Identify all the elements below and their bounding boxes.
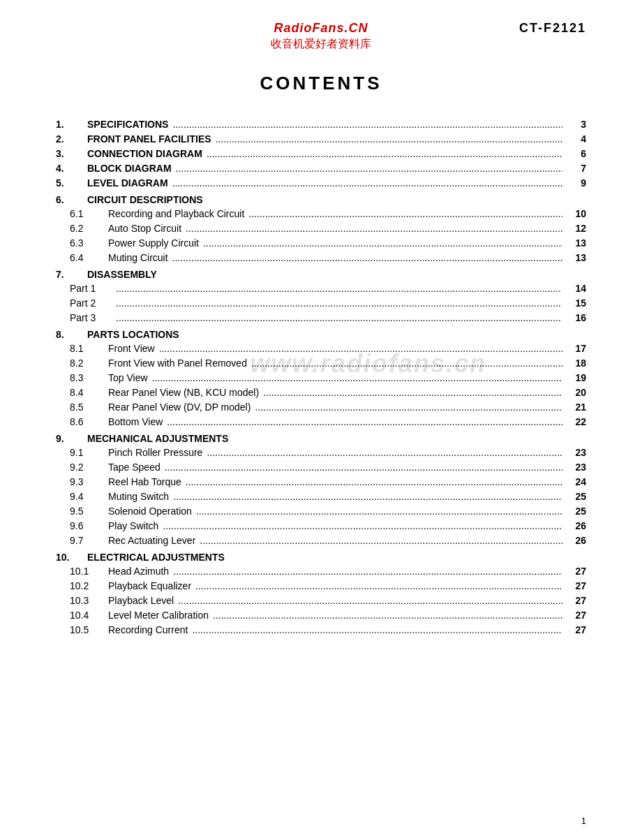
toc-item: 6.3 Power Supply Circuit ...............… [56,237,586,249]
toc-section-num: 7. [56,269,87,280]
toc-num: 4. [56,163,87,174]
toc-item: 9.1 Pinch Roller Pressure ..............… [56,447,586,458]
toc-item: 6. CIRCUIT DESCRIPTIONS [56,194,586,205]
toc-section-label: PARTS LOCATIONS [87,329,179,340]
toc-item: 8.2 Front View with Panel Removed ......… [56,358,586,369]
toc-sub-num: 6.1 [70,208,108,219]
toc-sub-num: 9.2 [70,462,108,473]
toc-sub-num: 10.5 [70,624,108,635]
toc-item: 9.4 Muting Switch ......................… [56,491,586,502]
toc-sub-label: Auto Stop Circuit [108,223,181,234]
toc-item: 10.5 Recording Current .................… [56,624,586,635]
chinese-subtitle: 收音机爱好者资料库 [56,37,586,52]
toc-page-num: 27 [567,624,586,635]
toc-page-num: 27 [567,610,586,621]
toc-item: 1. SPECIFICATIONS ......................… [56,119,586,130]
toc-page-num: 22 [567,416,586,427]
toc-label: LEVEL DIAGRAM [87,177,168,189]
toc-page-num: 13 [567,237,586,249]
toc-dots: ........................................… [192,624,562,635]
toc-num: 2. [56,133,87,145]
toc-page-num: 7 [567,163,586,174]
toc-item: 8.5 Rear Panel View (DV, DP model) .....… [56,401,586,413]
toc-sub-num: 9.1 [70,447,108,458]
toc-item: 7. DISASSEMBLY [56,269,586,280]
document-page: RadioFans.CN 收音机爱好者资料库 CT-F2121 CONTENTS… [0,0,642,840]
toc-section-num: 10. [56,552,87,563]
toc-item: 6.4 Muting Circuit .....................… [56,252,586,263]
toc-section-label: MECHANICAL ADJUSTMENTS [87,433,228,444]
toc-dots: ........................................… [263,387,562,398]
toc-sub-label: Head Azimuth [108,566,169,577]
toc-dots: ........................................… [186,223,562,234]
toc-item: 9.3 Reel Hab Torque ....................… [56,476,586,487]
toc-item: 10.4 Level Meter Calibration ...........… [56,610,586,621]
toc-page-num: 9 [567,177,586,189]
toc-page-num: 14 [567,283,586,294]
toc-page-num: 19 [567,372,586,383]
toc-item: 9.7 Rec Actuating Lever ................… [56,535,586,546]
toc-item: 9.2 Tape Speed .........................… [56,462,586,473]
toc-item: 9.5 Solenoid Operation .................… [56,506,586,517]
toc-item: 6.2 Auto Stop Circuit ..................… [56,223,586,234]
toc-dots: ........................................… [213,610,562,621]
toc-dots: ........................................… [207,148,562,159]
toc-sub-label: Solenoid Operation [108,506,192,517]
toc-page-num: 6 [567,148,586,159]
toc-dots: ........................................… [176,163,562,174]
toc-dots: ........................................… [167,416,562,427]
toc-item: 5. LEVEL DIAGRAM .......................… [56,177,586,189]
toc-sub-num: 9.7 [70,535,108,546]
toc-part-num: Part 2 [70,297,112,309]
toc-page-num: 21 [567,401,586,413]
toc-item: Part 2 .................................… [56,297,586,309]
toc-sub-num: 6.2 [70,223,108,234]
toc-page-num: 25 [567,491,586,502]
toc-item: Part 3 .................................… [56,312,586,323]
toc-dots: ........................................… [152,372,562,383]
toc-sub-label: Pinch Roller Pressure [108,447,202,458]
toc-page-num: 23 [567,462,586,473]
toc-dots: ........................................… [255,401,562,413]
toc-page-num: 4 [567,133,586,145]
toc-item: 10. ELECTRICAL ADJUSTMENTS [56,552,586,563]
toc-label: CONNECTION DIAGRAM [87,148,202,159]
toc-section-num: 8. [56,329,87,340]
toc-sub-num: 10.4 [70,610,108,621]
toc-sub-num: 8.6 [70,416,108,427]
toc-sub-label: Front View [108,343,155,354]
toc-sub-num: 10.3 [70,595,108,606]
toc-dots: ........................................… [163,520,562,531]
toc-label: FRONT PANEL FACILITIES [87,133,211,145]
toc-page-num: 3 [567,119,586,130]
toc-page-num: 18 [567,358,586,369]
toc-sub-num: 8.1 [70,343,108,354]
toc-container: 1. SPECIFICATIONS ......................… [56,119,586,635]
toc-page-num: 24 [567,476,586,487]
toc-sub-num: 9.5 [70,506,108,517]
toc-num: 3. [56,148,87,159]
toc-item: Part 1 .................................… [56,283,586,294]
toc-page-num: 23 [567,447,586,458]
toc-label: BLOCK DIAGRAM [87,163,172,174]
toc-page-num: 27 [567,580,586,591]
toc-dots: ........................................… [116,283,562,294]
toc-sub-num: 9.3 [70,476,108,487]
page-title: CONTENTS [56,73,586,94]
toc-section-num: 9. [56,433,87,444]
toc-sub-label: Level Meter Calibration [108,610,209,621]
toc-dots: ........................................… [196,506,562,517]
toc-item: 6.1 Recording and Playback Circuit .....… [56,208,586,219]
toc-page-num: 10 [567,208,586,219]
toc-sub-label: Muting Switch [108,491,169,502]
toc-part-num: Part 1 [70,283,112,294]
toc-sub-num: 6.4 [70,252,108,263]
toc-item: 8.6 Bottom View ........................… [56,416,586,427]
toc-dots: ........................................… [203,237,562,249]
toc-sub-num: 8.4 [70,387,108,398]
toc-page-num: 15 [567,297,586,309]
toc-sub-label: Tape Speed [108,462,160,473]
toc-item: 8.4 Rear Panel View (NB, KCU model) ....… [56,387,586,398]
toc-dots: ........................................… [216,133,562,145]
toc-section-label: ELECTRICAL ADJUSTMENTS [87,552,225,563]
